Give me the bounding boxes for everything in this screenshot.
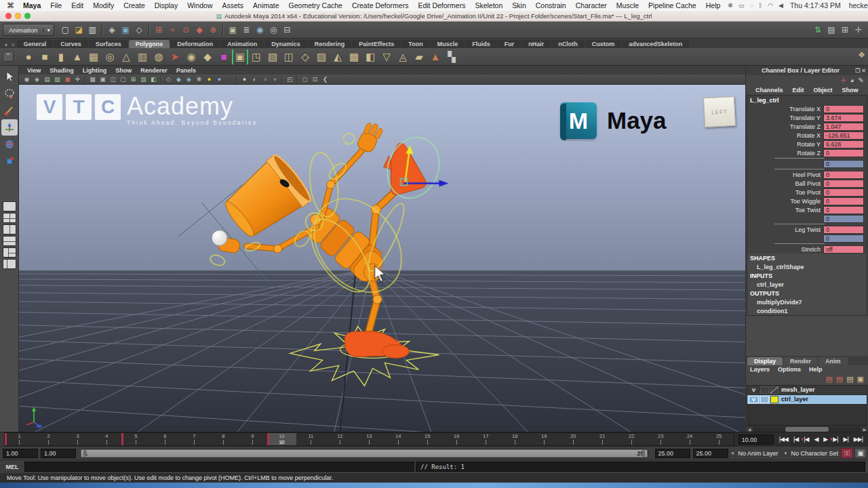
- select-hierarchy-icon[interactable]: ◈: [106, 24, 118, 36]
- shelf-tab-fur[interactable]: Fur: [498, 40, 521, 48]
- section-item-l-leg-ctrlshape[interactable]: L_leg_ctrlShape: [747, 262, 867, 271]
- animation-end-field[interactable]: 25.00: [655, 449, 690, 458]
- channel-value-field[interactable]: 6.626: [823, 140, 864, 148]
- timeline-frame-13[interactable]: 13: [355, 433, 384, 445]
- shelf-editor-icon[interactable]: ❖: [858, 50, 865, 60]
- textured-icon[interactable]: ◈: [184, 75, 194, 84]
- shelf-tab-curves[interactable]: Curves: [54, 40, 88, 48]
- layer-row-mesh-layer[interactable]: Vmesh_layer: [747, 386, 867, 395]
- section-item-condition1[interactable]: condition1: [747, 306, 867, 315]
- paint-select-tool-button[interactable]: [1, 102, 18, 119]
- channel-value-field[interactable]: 0: [823, 160, 864, 168]
- gate-mask-icon[interactable]: ▢: [118, 75, 128, 84]
- channel-value-field[interactable]: 0: [823, 197, 864, 205]
- poly-checker-icon[interactable]: ▚: [443, 49, 460, 64]
- hyperbolic-icon[interactable]: ✎: [859, 77, 864, 84]
- shelf-tab-muscle[interactable]: Muscle: [431, 40, 465, 48]
- layout-two-pane-side-button[interactable]: [3, 224, 16, 235]
- menu-create-deformers[interactable]: Create Deformers: [347, 1, 413, 9]
- sync-icon[interactable]: ◌: [749, 2, 753, 9]
- shelf-tab-rendering[interactable]: Rendering: [308, 40, 352, 48]
- layer-menu-options[interactable]: Options: [778, 366, 801, 373]
- viewport-canvas[interactable]: VTC Academy Think Ahead. Beyond Boundari…: [19, 85, 745, 432]
- layer-visibility-toggle[interactable]: V: [749, 386, 759, 394]
- timeline-frame-3[interactable]: 3: [63, 433, 92, 445]
- render-frame-icon[interactable]: ◉: [254, 24, 266, 36]
- panel-menu-view[interactable]: View: [27, 67, 41, 74]
- timeline-frame-4[interactable]: 4: [92, 433, 121, 445]
- timeline-frame-24[interactable]: 24: [675, 433, 705, 445]
- character-set-dropdown[interactable]: ▼ No Character Set: [784, 450, 838, 457]
- timeline-frame-10[interactable]: 1010: [267, 433, 296, 445]
- poly-reduce-icon[interactable]: ▽: [378, 49, 395, 64]
- safe-action-icon[interactable]: ▥: [138, 75, 149, 84]
- menu-display[interactable]: Display: [150, 1, 182, 9]
- range-slider-handle[interactable]: 1 25: [81, 450, 647, 457]
- poly-triangulate-icon[interactable]: ◬: [395, 49, 411, 64]
- volume-icon[interactable]: ◀: [778, 2, 783, 9]
- animation-start-min-field[interactable]: 1.00: [3, 449, 38, 458]
- timeline-frame-8[interactable]: 8: [209, 433, 238, 445]
- channel-value-field[interactable]: 0: [823, 171, 864, 179]
- layer-display-type-box[interactable]: [760, 386, 769, 394]
- new-scene-icon[interactable]: ▢: [59, 24, 71, 36]
- scroll-right-icon[interactable]: ▶: [861, 427, 868, 432]
- select-object-icon[interactable]: ▣: [119, 24, 132, 36]
- light-ball-icon[interactable]: ◑: [260, 75, 270, 84]
- sort-visor-icon[interactable]: ⇅: [812, 24, 824, 36]
- isolate-select-icon[interactable]: ◰: [285, 75, 295, 84]
- layout-four-pane-button[interactable]: [3, 213, 16, 223]
- poly-soccer-icon[interactable]: ◉: [183, 49, 199, 64]
- save-scene-icon[interactable]: ▥: [86, 24, 98, 36]
- zoom-window-button[interactable]: [24, 13, 31, 19]
- shelf-tab-nhair[interactable]: nHair: [521, 40, 551, 48]
- menu-skeleton[interactable]: Skeleton: [470, 1, 507, 9]
- menu-pipeline-cache[interactable]: Pipeline Cache: [644, 1, 701, 9]
- wifi-icon[interactable]: ◠: [768, 2, 773, 9]
- grid-toggle-icon[interactable]: ⊞: [839, 24, 851, 36]
- blur-ball-icon[interactable]: ●: [270, 75, 280, 84]
- channel-value-field[interactable]: 3.674: [823, 114, 864, 122]
- shelf-tab-animation[interactable]: Animation: [220, 40, 264, 48]
- menu-help[interactable]: Help: [701, 1, 726, 9]
- menu-set-dropdown[interactable]: Animation ▼: [3, 24, 54, 36]
- timeline-frame-12[interactable]: 12: [326, 433, 355, 445]
- grid-icon[interactable]: ▦: [87, 75, 98, 84]
- poly-cylinder-icon[interactable]: ▮: [53, 49, 69, 64]
- shelf-grip[interactable]: ▪▪: [3, 51, 14, 62]
- layer-tab-render[interactable]: Render: [783, 357, 818, 365]
- menu-user[interactable]: heckel: [849, 1, 868, 9]
- timeline-frame-1[interactable]: 1: [5, 433, 34, 445]
- timeline-frame-6[interactable]: 6: [151, 433, 180, 445]
- shelf-menu-icon[interactable]: ▾: [3, 42, 9, 48]
- clipboard-icon[interactable]: ▤: [825, 24, 837, 36]
- timeline-frame-23[interactable]: 23: [646, 433, 675, 445]
- move-tool-button[interactable]: [1, 119, 18, 136]
- poly-cube-magenta-icon[interactable]: ■: [216, 49, 232, 64]
- mel-label[interactable]: MEL: [0, 464, 24, 470]
- timeline-frame-20[interactable]: 20: [559, 433, 588, 445]
- timeline-frame-22[interactable]: 22: [617, 433, 646, 445]
- timeline-frame-25[interactable]: 25: [705, 433, 734, 445]
- panel-menu-shading[interactable]: Shading: [50, 67, 74, 74]
- layer-color-swatch[interactable]: [770, 386, 778, 394]
- menu-create[interactable]: Create: [119, 1, 150, 9]
- channel-value-field[interactable]: 0: [823, 105, 864, 113]
- window-title-bar[interactable]: ▤Autodesk Maya 2014 x64 - Educational Ve…: [0, 11, 868, 22]
- section-item-ctrl-layer[interactable]: ctrl_layer: [747, 280, 867, 289]
- channel-value-field[interactable]: 0: [823, 235, 864, 243]
- current-frame-field[interactable]: [738, 434, 774, 445]
- layer-tab-anim[interactable]: Anim: [818, 357, 848, 365]
- rotate-tool-button[interactable]: [1, 136, 18, 152]
- shelf-tab-dynamics[interactable]: Dynamics: [264, 40, 307, 48]
- timeline-frame-5[interactable]: 5: [121, 433, 151, 445]
- menu-assets[interactable]: Assets: [218, 1, 249, 9]
- film-gate-icon[interactable]: ▣: [98, 75, 108, 84]
- new-layer-selected-icon[interactable]: ▣: [857, 375, 864, 384]
- poly-helix-icon[interactable]: ◍: [151, 49, 167, 64]
- minimize-window-button[interactable]: [15, 13, 21, 19]
- poly-platonic-icon[interactable]: ◆: [199, 49, 216, 64]
- channel-value-field[interactable]: -126.651: [823, 131, 864, 140]
- menu-clock[interactable]: Thu 4:17:43 PM: [790, 1, 841, 9]
- exposure-icon[interactable]: ⊡: [310, 75, 320, 84]
